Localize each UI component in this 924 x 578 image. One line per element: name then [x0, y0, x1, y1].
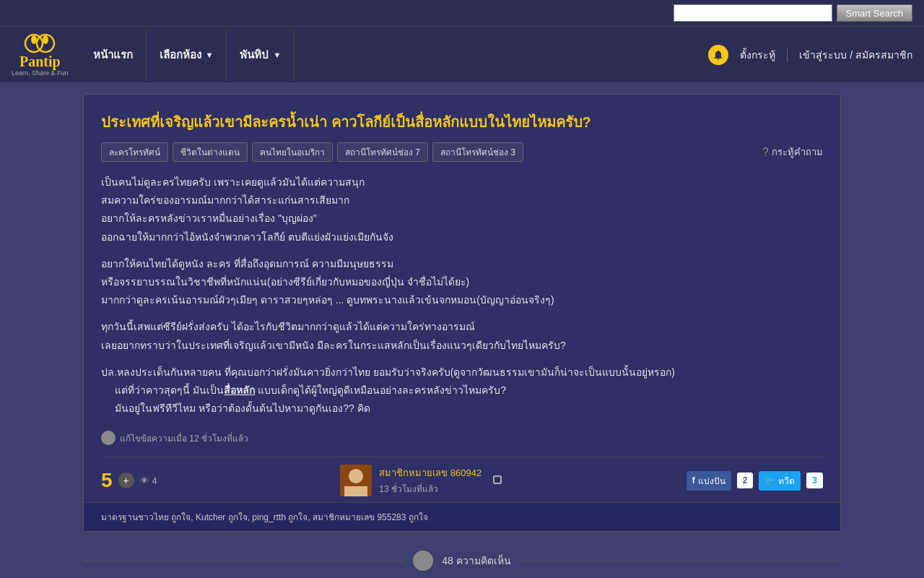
question-card: ประเทศที่เจริญแล้วเขามีละครน้ำเน่า คาวโล…	[83, 94, 841, 532]
post-footer: 5 + 👁 4 สมาชิกหมายเลข 860942 13 ชั่วโมงท…	[101, 457, 823, 502]
facebook-share-button[interactable]: f แบ่งปัน	[687, 471, 731, 491]
twitter-share-button[interactable]: 🐦 ทวีต	[759, 471, 801, 491]
nav-link-home[interactable]: หน้าแรก	[80, 29, 147, 81]
edit-note-text: แก้ไขข้อความเมื่อ 12 ชั่วโมงที่แล้ว	[120, 431, 248, 445]
smart-search-button[interactable]: Smart Search	[837, 4, 912, 22]
fb-icon: f	[692, 475, 695, 486]
question-title: ประเทศที่เจริญแล้วเขามีละครน้ำเน่า คาวโล…	[101, 112, 823, 132]
svg-point-5	[349, 469, 363, 483]
user-area: สมาชิกหมายเลข 860942 13 ชั่วโมงที่แล้ว	[340, 465, 503, 496]
twitter-icon: 🐦	[764, 475, 775, 486]
tag-thai-america[interactable]: คนไทยในอเมริกา	[252, 142, 333, 162]
nav-link-home-label: หน้าแรก	[93, 46, 133, 64]
logo-tagline: Learn, Share & Fun	[12, 69, 69, 77]
tag-channel7[interactable]: สถานีโทรทัศน์ช่อง 7	[337, 142, 428, 162]
search-area: Smart Search	[674, 4, 912, 22]
create-post-label: ตั้งกระทู้	[740, 47, 775, 63]
edit-avatar-icon	[101, 431, 116, 445]
tweet-label: ทวีต	[778, 474, 795, 488]
tags-row: ละครโทรทัศน์ ชีวิตในต่างแดน คนไทยในอเมริ…	[101, 142, 823, 162]
svg-point-3	[43, 35, 48, 44]
create-post-button[interactable]: ตั้งกระทู้	[740, 47, 775, 63]
comments-avatar-icon	[413, 551, 433, 571]
top-bar: Smart Search	[0, 0, 924, 26]
user-avatar	[340, 465, 372, 496]
eye-count: 4	[152, 475, 157, 486]
nav-divider	[787, 48, 788, 62]
nav-left: Pantip Learn, Share & Fun หน้าแรก เลือกห…	[0, 27, 295, 82]
likes-footer: มาตรฐานชาวไทย ถูกใจ, Kutcher ถูกใจ, ping…	[84, 502, 840, 531]
tag-channel3[interactable]: สถานีโทรทัศน์ช่อง 3	[432, 142, 523, 162]
bold-highlight: สื่อหลัก	[224, 384, 255, 396]
login-button[interactable]: เข้าสู่ระบบ / สมัครสมาชิก	[799, 47, 912, 63]
nav-links: หน้าแรก เลือกห้อง ▼ พันทิป ▼	[80, 29, 295, 81]
facebook-share-count: 2	[737, 473, 754, 488]
notification-icon[interactable]	[708, 45, 728, 65]
main-nav: Pantip Learn, Share & Fun หน้าแรก เลือกห…	[0, 26, 924, 82]
body-paragraph-2: อยากให้คนไทยได้ดูหนัง ละคร ที่สื่อถึงอุด…	[101, 255, 823, 310]
eye-area: 👁 4	[140, 475, 157, 486]
vote-count: 5	[101, 469, 113, 492]
fb-share-label: แบ่งปัน	[698, 474, 725, 488]
logo-text: Pantip	[19, 54, 61, 69]
tag-abroad[interactable]: ชีวิตในต่างแดน	[173, 142, 248, 162]
search-input[interactable]	[674, 4, 832, 22]
user-badge-icon	[492, 474, 503, 488]
nav-link-pantip[interactable]: พันทิป ▼	[227, 29, 295, 81]
user-time: 13 ชั่วโมงที่แล้ว	[379, 482, 481, 496]
eye-icon: 👁	[140, 475, 149, 486]
nav-link-rooms[interactable]: เลือกห้อง ▼	[147, 29, 227, 81]
ask-label-area: ? กระทู้คำถาม	[762, 144, 823, 160]
svg-rect-6	[344, 486, 367, 496]
twitter-share-count: 3	[806, 473, 823, 488]
likes-text: มาตรฐานชาวไทย ถูกใจ, Kutcher ถูกใจ, ping…	[101, 512, 428, 522]
question-mark-icon: ?	[762, 146, 769, 159]
edit-note: แก้ไขข้อความเมื่อ 12 ชั่วโมงที่แล้ว	[101, 431, 823, 445]
svg-point-2	[31, 35, 37, 44]
nav-link-pantip-label: พันทิป	[240, 46, 269, 64]
share-area: f แบ่งปัน 2 🐦 ทวีต 3	[687, 471, 823, 491]
nav-right: ตั้งกระทู้ เข้าสู่ระบบ / สมัครสมาชิก	[708, 45, 924, 65]
body-ps: ปล.หลงประเด็นกันหลายคน ที่คุณบอกว่าฝรั่ง…	[101, 363, 823, 418]
comments-line-right	[520, 561, 841, 561]
login-label: เข้าสู่ระบบ / สมัครสมาชิก	[799, 47, 912, 63]
comments-section: 48 ความคิดเห็น	[83, 543, 841, 578]
rooms-chevron-icon: ▼	[206, 51, 214, 59]
nav-link-rooms-label: เลือกห้อง	[160, 46, 201, 64]
comments-count-label: 48 ความคิดเห็น	[442, 553, 510, 569]
logo-area[interactable]: Pantip Learn, Share & Fun	[0, 27, 80, 82]
pantip-logo-icon	[24, 33, 56, 54]
ask-label: กระทู้คำถาม	[772, 144, 823, 160]
vote-area: 5 + 👁 4	[101, 469, 157, 492]
user-avatar-image	[340, 465, 372, 496]
user-info: สมาชิกหมายเลข 860942 13 ชั่วโมงที่แล้ว	[379, 465, 481, 496]
pantip-chevron-icon: ▼	[273, 51, 281, 59]
body-paragraph-1: เป็นคนไม่ดูละครไทยครับ เพราะเคยดูแล้วมัน…	[101, 173, 823, 246]
comments-line-left	[83, 561, 404, 561]
vote-up-button[interactable]: +	[118, 473, 134, 488]
body-paragraph-3: ทุกวันนี้เสพแต่ซีรีย์ฝรั่งส่งครับ ได้อะไ…	[101, 318, 823, 354]
svg-rect-8	[494, 477, 500, 483]
comments-header: 48 ความคิดเห็น	[83, 543, 841, 578]
user-name: สมาชิกหมายเลข 860942	[379, 465, 481, 480]
question-body: เป็นคนไม่ดูละครไทยครับ เพราะเคยดูแล้วมัน…	[101, 173, 823, 418]
tag-drama[interactable]: ละครโทรทัศน์	[101, 142, 168, 162]
